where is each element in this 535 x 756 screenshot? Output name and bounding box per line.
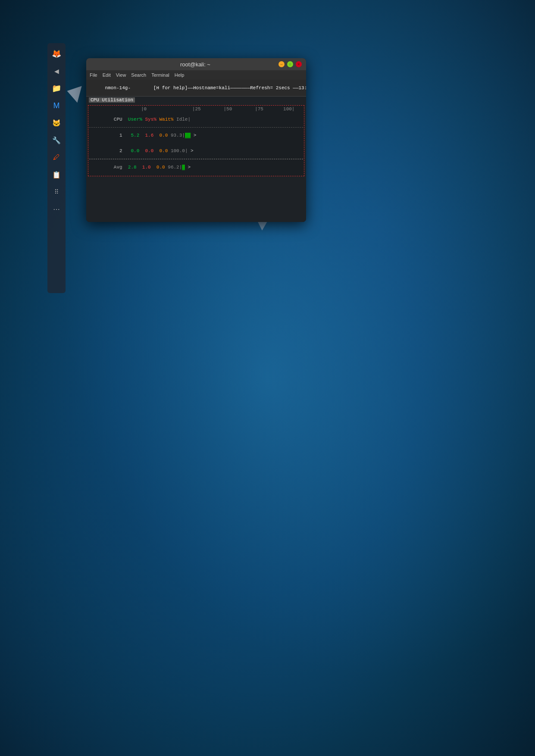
sidebar-item-accounts[interactable]: ⠿ xyxy=(49,184,64,199)
cpu-row-2: 2 0.0 0.0 0.0 100.0| > | xyxy=(89,143,303,159)
terminal-window: root@kali: ~ – ○ × File Edit View Search… xyxy=(86,58,306,222)
cpu2-wait: 0.0 xyxy=(153,148,168,153)
avg-wait: 0.0 xyxy=(151,165,165,170)
avg-user: 2.8 xyxy=(128,165,137,170)
sidebar-item-notes[interactable]: 📋 xyxy=(49,167,64,182)
arrow-icon: ◀ xyxy=(54,68,59,75)
firefox-icon: 🦊 xyxy=(52,49,61,59)
taskbar-sidebar: 🦊 ◀ 📁 M 🐱 🔧 🖊 📋 ⠿ ⋯ xyxy=(47,43,66,293)
cursor-decoration-1 xyxy=(65,83,81,103)
window-controls: – ○ × xyxy=(278,61,302,67)
terminal-title: root@kali: ~ xyxy=(112,61,278,68)
menu-help[interactable]: Help xyxy=(175,72,185,78)
cpu-avg-row: Avg 2.8 1.0 0.0 96.2|▓ > | xyxy=(89,159,303,175)
sidebar-item-grid[interactable]: ⋯ xyxy=(49,202,64,216)
folder-icon: 📁 xyxy=(52,84,61,93)
cpu1-user: 5.2 xyxy=(128,133,139,138)
cpu1-bar: ▓▓ xyxy=(185,133,191,138)
col-header-wait: Wait% xyxy=(156,117,174,122)
menu-search[interactable]: Search xyxy=(131,72,146,78)
nmon-header-line: nmon-14g- [H for help]——Hostname=kali———… xyxy=(86,80,306,97)
menu-edit[interactable]: Edit xyxy=(103,72,111,78)
accounts-icon: ⠿ xyxy=(54,188,59,195)
cpu2-idle: 100.0| xyxy=(168,148,188,153)
app2-icon: 🔧 xyxy=(52,136,61,144)
cpu1-idle: 93.3| xyxy=(168,133,185,138)
avg-idle: 96.2| xyxy=(165,165,182,170)
minimize-button[interactable]: – xyxy=(278,61,285,67)
col-header-user: User% xyxy=(128,117,142,122)
cpu-utilisation-section: |0 |25 |50 |75 100| CPU User% Sys% Wait%… xyxy=(88,105,304,176)
sidebar-item-app3[interactable]: 🖊 xyxy=(49,150,64,165)
nmon-header-text: nmon-14g- [H for help]——Hostname=kali———… xyxy=(105,85,306,91)
col-header-idle: Idle| xyxy=(173,117,191,122)
sidebar-item-app2[interactable]: 🔧 xyxy=(49,133,64,147)
nmon-tab-bar: CPU Utilisation xyxy=(86,97,306,103)
sidebar-item-files[interactable]: 📁 xyxy=(49,81,64,96)
avg-label: Avg xyxy=(114,165,122,170)
avg-spacer xyxy=(122,165,128,170)
sidebar-item-app1[interactable]: 🐱 xyxy=(49,116,64,130)
cpu-row-1: 1 5.2 1.6 0.0 93.3|▓▓ > | xyxy=(89,128,303,143)
app1-icon: 🐱 xyxy=(52,119,61,127)
cpu2-user: 0.0 xyxy=(128,148,139,153)
grid-icon: ⋯ xyxy=(53,205,60,213)
notes-icon: 📋 xyxy=(52,171,61,179)
cpu2-sys: 0.0 xyxy=(139,148,153,153)
cpu1-label: 1 xyxy=(114,133,128,138)
close-button[interactable]: × xyxy=(296,61,302,67)
app3-icon: 🖊 xyxy=(53,153,60,161)
avg-sys: 1.0 xyxy=(137,165,151,170)
sidebar-item-mail[interactable]: M xyxy=(49,98,64,113)
cpu1-sys: 1.6 xyxy=(139,133,153,138)
cpu1-bar-end: > | xyxy=(191,133,306,138)
maximize-button[interactable]: ○ xyxy=(287,61,293,67)
sidebar-item-firefox[interactable]: 🦊 xyxy=(49,47,64,61)
cpu2-bar-end: > | xyxy=(188,148,306,153)
sidebar-item-unknown1[interactable]: ◀ xyxy=(49,64,64,78)
menu-file[interactable]: File xyxy=(90,72,97,78)
avg-bar-end: > | xyxy=(185,165,306,170)
mail-icon: M xyxy=(53,101,60,110)
col-header-cpu: CPU xyxy=(114,117,128,122)
terminal-titlebar: root@kali: ~ – ○ × xyxy=(86,58,306,70)
terminal-menubar: File Edit View Search Terminal Help xyxy=(86,70,306,80)
cpu2-label: 2 xyxy=(114,148,128,153)
menu-terminal[interactable]: Terminal xyxy=(151,72,169,78)
col-header-sys: Sys% xyxy=(142,117,156,122)
cpu-utilisation-tab[interactable]: CPU Utilisation xyxy=(89,97,135,103)
cpu1-wait: 0.0 xyxy=(153,133,168,138)
menu-view[interactable]: View xyxy=(116,72,126,78)
cpu-scale-row: |0 |25 |50 |75 100| xyxy=(89,106,303,112)
avg-bar: ▓ xyxy=(182,165,185,170)
terminal-body[interactable]: nmon-14g- [H for help]——Hostname=kali———… xyxy=(86,80,306,222)
cpu-column-headers: CPU User% Sys% Wait% Idle| xyxy=(89,112,303,128)
